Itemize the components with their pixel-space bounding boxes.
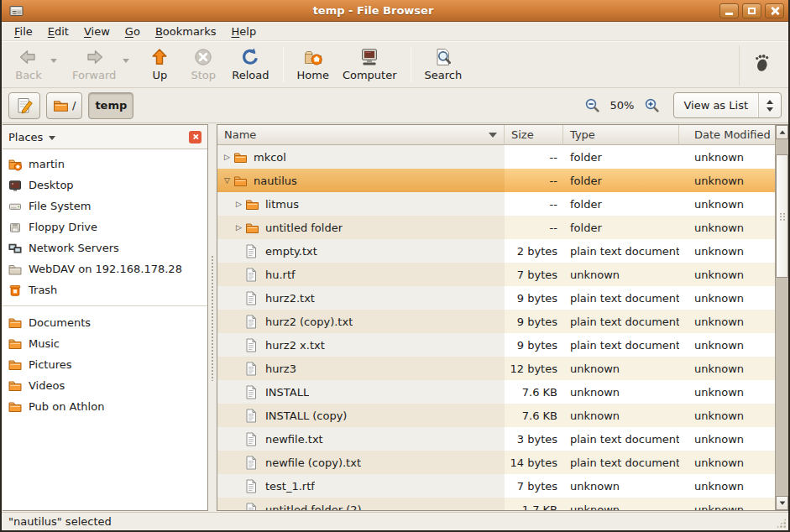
file-date-cell: unknown bbox=[679, 380, 775, 404]
maximize-button[interactable] bbox=[742, 3, 761, 18]
column-header-date-modified[interactable]: Date Modified bbox=[679, 125, 775, 145]
close-button[interactable] bbox=[765, 3, 784, 18]
file-type-cell: folder bbox=[563, 192, 679, 216]
file-name-cell: ▽nautilus bbox=[217, 169, 505, 192]
menu-file[interactable]: File bbox=[7, 23, 40, 40]
trash-icon bbox=[8, 284, 22, 297]
file-date-cell: unknown bbox=[679, 333, 775, 357]
home-button[interactable]: Home bbox=[290, 45, 336, 83]
forward-button[interactable]: Forward bbox=[65, 45, 123, 83]
reload-icon bbox=[240, 47, 260, 67]
edit-location-button[interactable] bbox=[8, 92, 40, 119]
view-selector[interactable]: View as List bbox=[673, 92, 782, 118]
file-row[interactable]: ▷litmus--folderunknown bbox=[217, 192, 775, 216]
file-type-cell: plain text document bbox=[563, 310, 679, 333]
file-name-cell: untitled folder (2) bbox=[217, 498, 505, 510]
file-row[interactable]: ▽nautilus--folderunknown bbox=[217, 169, 775, 192]
computer-button[interactable]: Computer bbox=[336, 45, 404, 83]
scroll-down-button[interactable] bbox=[776, 496, 788, 510]
file-name-label: empty.txt bbox=[265, 245, 317, 258]
stop-button[interactable]: Stop bbox=[181, 45, 225, 83]
music-label: Music bbox=[29, 337, 60, 350]
column-header-size[interactable]: Size bbox=[505, 125, 563, 145]
vertical-scrollbar[interactable] bbox=[775, 125, 788, 510]
folder-icon bbox=[233, 175, 249, 187]
file-row[interactable]: hurz2 x.txt9 bytesplain text documentunk… bbox=[217, 333, 775, 357]
expander-right-icon[interactable]: ▷ bbox=[221, 153, 233, 161]
file-name-label: test_1.rtf bbox=[265, 480, 315, 493]
sidebar-item-documents[interactable]: Documents bbox=[3, 312, 207, 333]
file-row[interactable]: empty.txt2 bytesplain text documentunkno… bbox=[217, 239, 775, 263]
file-row[interactable]: hurz2.txt9 bytesplain text documentunkno… bbox=[217, 286, 775, 310]
file-row[interactable]: ▷untitled folder--folderunknown bbox=[217, 216, 775, 239]
menu-edit[interactable]: Edit bbox=[40, 23, 76, 40]
file-date-cell: unknown bbox=[679, 474, 775, 498]
forward-icon bbox=[84, 47, 104, 67]
root-path-button[interactable]: / bbox=[46, 92, 82, 119]
column-header-name[interactable]: Name bbox=[217, 125, 505, 145]
forward-history-caret-icon[interactable] bbox=[123, 59, 129, 63]
menu-help[interactable]: Help bbox=[224, 23, 264, 40]
file-row[interactable]: test_1.rtf7 bytesunknownunknown bbox=[217, 474, 775, 498]
sidebar-item-webdav-on-192-168-178-28[interactable]: WebDAV on 192.168.178.28 bbox=[3, 258, 207, 279]
pane-splitter[interactable] bbox=[208, 123, 217, 512]
file-row[interactable]: hurz312 bytesunknownunknown bbox=[217, 357, 775, 380]
file-row[interactable]: INSTALL (copy)7.6 KBunknownunknown bbox=[217, 404, 775, 427]
sidebar-item-music[interactable]: Music bbox=[3, 333, 207, 354]
back-button[interactable]: Back bbox=[7, 45, 50, 83]
zoom-out-icon[interactable] bbox=[584, 97, 600, 113]
file-size-cell: 1.7 KB bbox=[505, 498, 563, 510]
sidebar-item-pub-on-athlon[interactable]: Pub on Athlon bbox=[3, 396, 207, 417]
file-name-label: mkcol bbox=[254, 151, 286, 164]
file-name-label: newfile.txt bbox=[265, 433, 323, 446]
menu-go[interactable]: Go bbox=[118, 23, 148, 40]
file-row[interactable]: newfile (copy).txt14 bytesplain text doc… bbox=[217, 451, 775, 474]
stop-label: Stop bbox=[191, 69, 217, 81]
reload-button[interactable]: Reload bbox=[225, 45, 275, 83]
file-size-cell: 7 bytes bbox=[505, 263, 563, 286]
menu-view[interactable]: View bbox=[76, 23, 118, 40]
sidebar-item-trash[interactable]: Trash bbox=[3, 279, 207, 300]
sidebar-item-martin[interactable]: martin bbox=[3, 154, 207, 175]
file-name-cell: hurz2.txt bbox=[217, 286, 505, 310]
expander-down-icon[interactable]: ▽ bbox=[221, 176, 233, 185]
file-row[interactable]: hu.rtf7 bytesunknownunknown bbox=[217, 263, 775, 286]
resize-grip[interactable] bbox=[776, 518, 787, 529]
scrollbar-track[interactable] bbox=[776, 139, 788, 496]
sidebar-item-floppy-drive[interactable]: Floppy Drive bbox=[3, 216, 207, 237]
file-row[interactable]: ▷mkcol--folderunknown bbox=[217, 145, 775, 169]
minimize-icon bbox=[725, 13, 733, 15]
menu-bookmarks[interactable]: Bookmarks bbox=[148, 23, 224, 40]
sidebar-pane-selector[interactable]: Places bbox=[3, 125, 207, 149]
file-row[interactable]: untitled folder (2)1.7 KBunknownunknown bbox=[217, 498, 775, 510]
minimize-button[interactable] bbox=[719, 3, 739, 18]
spin-up-icon bbox=[766, 100, 773, 104]
file-system-label: File System bbox=[29, 200, 91, 212]
toolbar-separator bbox=[283, 47, 284, 82]
sidebar-item-videos[interactable]: Videos bbox=[3, 375, 207, 396]
file-name-label: untitled folder bbox=[265, 222, 343, 234]
sidebar-close-button[interactable] bbox=[189, 131, 201, 143]
path-button-temp[interactable]: temp bbox=[88, 92, 133, 119]
up-button[interactable]: Up bbox=[138, 45, 181, 83]
file-row[interactable]: INSTALL7.6 KBunknownunknown bbox=[217, 380, 775, 404]
file-date-cell: unknown bbox=[679, 239, 775, 263]
sidebar-item-network-servers[interactable]: Network Servers bbox=[3, 237, 207, 258]
file-row[interactable]: hurz2 (copy).txt9 bytesplain text docume… bbox=[217, 310, 775, 333]
search-icon bbox=[433, 47, 453, 67]
column-header-type[interactable]: Type bbox=[563, 125, 679, 145]
zoom-in-icon[interactable] bbox=[644, 97, 660, 113]
sidebar-item-file-system[interactable]: File System bbox=[3, 196, 207, 216]
file-row[interactable]: newfile.txt3 bytesplain text documentunk… bbox=[217, 427, 775, 451]
scroll-up-button[interactable] bbox=[776, 125, 788, 139]
search-button[interactable]: Search bbox=[418, 45, 469, 83]
expander-right-icon[interactable]: ▷ bbox=[233, 200, 245, 208]
sidebar-item-pictures[interactable]: Pictures bbox=[3, 354, 207, 375]
back-history-caret-icon[interactable] bbox=[50, 59, 57, 63]
scrollbar-thumb[interactable] bbox=[776, 154, 788, 278]
sidebar-item-desktop[interactable]: Desktop bbox=[3, 175, 207, 196]
file-icon bbox=[245, 268, 260, 282]
expander-right-icon[interactable]: ▷ bbox=[233, 223, 245, 232]
window-title: temp - File Browser bbox=[27, 4, 719, 17]
titlebar[interactable]: temp - File Browser bbox=[2, 0, 788, 22]
